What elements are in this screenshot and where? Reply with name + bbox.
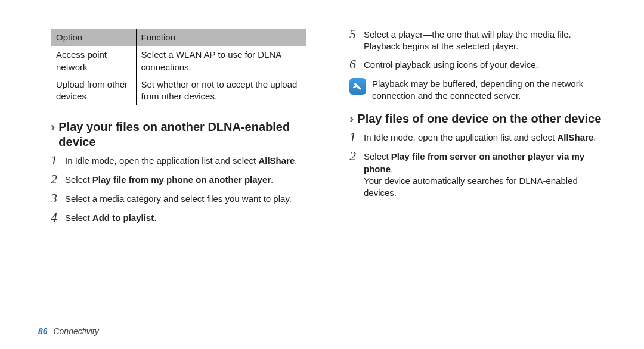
step-number: 2	[349, 149, 358, 163]
table-header-row: Option Function	[51, 29, 306, 46]
step-body: Select Play file from my phone on anothe…	[65, 174, 273, 186]
list-item: 2 Select Play file from my phone on anot…	[51, 174, 306, 187]
footer-section-name: Connectivity	[53, 326, 98, 336]
section-heading: › Play your files on another DLNA-enable…	[51, 120, 306, 149]
option-name: Upload from other devices	[51, 76, 137, 105]
note: Playback may be buffered, depending on t…	[349, 78, 605, 102]
section-title-text: Play files of one device on the other de…	[357, 111, 601, 126]
page-number: 86	[38, 326, 48, 336]
step-body: Select Play file from server on another …	[364, 151, 605, 199]
step-number: 2	[51, 173, 59, 186]
step-number: 1	[349, 130, 358, 144]
table-row: Access point network Select a WLAN AP to…	[51, 46, 306, 76]
option-function: Set whether or not to accept the upload …	[136, 76, 306, 105]
step-number: 1	[51, 154, 59, 167]
list-item: 3 Select a media category and select fil…	[51, 193, 306, 206]
list-item: 6 Control playback using icons of your d…	[349, 59, 605, 72]
step-body: Control playback using icons of your dev…	[364, 59, 538, 71]
chevron-right-icon: ›	[349, 112, 354, 126]
page-footer: 86 Connectivity	[38, 326, 99, 336]
list-item: 1 In Idle mode, open the application lis…	[349, 132, 605, 145]
list-item: 2 Select Play file from server on anothe…	[349, 151, 605, 199]
list-item: 5 Select a player—the one that will play…	[349, 29, 605, 53]
option-function: Select a WLAN AP to use for DLNA connect…	[136, 46, 306, 76]
section-title-text: Play your files on another DLNA-enabled …	[58, 120, 306, 149]
step-number: 6	[349, 58, 358, 71]
option-name: Access point network	[51, 46, 137, 76]
table-header-function: Function	[136, 29, 306, 46]
left-column: Option Function Access point network Sel…	[51, 29, 306, 231]
step-body: Select Add to playlist.	[65, 212, 156, 224]
step-list: 5 Select a player—the one that will play…	[349, 29, 605, 72]
step-body: In Idle mode, open the application list …	[65, 155, 297, 167]
right-column: 5 Select a player—the one that will play…	[349, 29, 605, 231]
note-icon	[349, 78, 366, 95]
note-text: Playback may be buffered, depending on t…	[372, 78, 605, 102]
manual-page: Option Function Access point network Sel…	[0, 0, 644, 349]
step-list: 1 In Idle mode, open the application lis…	[349, 132, 605, 199]
step-number: 3	[51, 192, 59, 205]
section-heading: › Play files of one device on the other …	[349, 111, 605, 126]
table-header-option: Option	[51, 29, 137, 46]
step-body: In Idle mode, open the application list …	[364, 132, 596, 144]
table-row: Upload from other devices Set whether or…	[51, 76, 306, 105]
step-list: 1 In Idle mode, open the application lis…	[51, 155, 306, 225]
list-item: 4 Select Add to playlist.	[51, 212, 306, 225]
step-number: 5	[349, 27, 358, 40]
step-body: Select a media category and select files…	[65, 193, 292, 205]
chevron-right-icon: ›	[51, 120, 55, 135]
options-table: Option Function Access point network Sel…	[51, 29, 306, 105]
list-item: 1 In Idle mode, open the application lis…	[51, 155, 306, 168]
step-number: 4	[51, 211, 59, 224]
step-body: Select a player—the one that will play t…	[364, 29, 605, 53]
